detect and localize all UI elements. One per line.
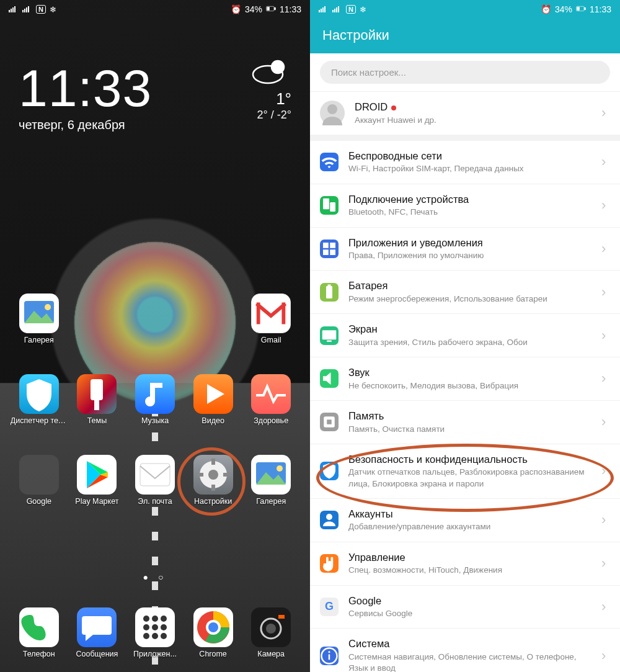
settings-row-apps[interactable]: Приложения и уведомленияПрава, Приложени… (310, 228, 620, 271)
settings-row-account[interactable]: DROID Аккаунт Huawei и др. › (310, 92, 620, 135)
svg-rect-65 (323, 243, 329, 248)
svg-rect-71 (322, 330, 337, 339)
svg-rect-32 (223, 473, 229, 477)
chevron-right-icon: › (601, 328, 610, 344)
svg-rect-70 (328, 284, 331, 287)
settings-row-control[interactable]: УправлениеСпец. возможности, HiTouch, Дв… (310, 542, 620, 586)
home-screen: N ❄ ⏰ 34% 11:33 11:33 четверг, 6 декабря… (0, 0, 310, 672)
svg-rect-53 (322, 7, 324, 12)
signal-icon (9, 4, 19, 16)
svg-rect-6 (26, 7, 27, 12)
settings-row-sound[interactable]: ЗвукНе беспокоить, Мелодия вызова, Вибра… (310, 357, 620, 401)
app-gallery2[interactable]: Галерея (242, 455, 300, 506)
app-manager[interactable]: Диспетчер телефона (10, 374, 68, 425)
row-title: Память (348, 410, 591, 423)
app-label: Play Маркет (75, 497, 118, 506)
app-label: Камера (257, 650, 285, 658)
svg-point-39 (143, 624, 149, 630)
app-settings[interactable]: Настройки (184, 455, 242, 506)
svg-point-15 (45, 304, 51, 310)
svg-point-62 (327, 104, 337, 114)
settings-row-google[interactable]: G GoogleСервисы Google › (310, 586, 620, 629)
settings-row-memory[interactable]: ПамятьПамять, Очистка памяти › (310, 401, 620, 444)
settings-row-accounts[interactable]: АккаунтыДобавление/управление аккаунтами… (310, 499, 620, 542)
weather-temp: 1° (248, 89, 291, 109)
app-gallery[interactable]: Галерея (10, 293, 68, 344)
gallery-icon (251, 455, 291, 495)
search-input[interactable]: Поиск настроек... (320, 61, 610, 84)
svg-rect-51 (319, 10, 320, 12)
settings-row-display[interactable]: ЭкранЗащита зрения, Стиль рабочего экран… (310, 314, 620, 357)
status-bar[interactable]: N ❄ ⏰ 34% 11:33 (310, 0, 620, 19)
app-music[interactable]: Музыка (126, 374, 184, 425)
chevron-right-icon: › (601, 154, 610, 170)
nfc-icon: N (346, 5, 356, 14)
settings-row-battery[interactable]: БатареяРежим энергосбережения, Использов… (310, 271, 620, 314)
app-health[interactable]: Здоровье (242, 374, 300, 425)
settings-row-wireless[interactable]: Беспроводные сетиWi-Fi, Настройки SIM-ка… (310, 141, 620, 184)
svg-rect-2 (12, 7, 14, 12)
settings-row-device[interactable]: Подключение устройстваBluetooth, NFC, Пе… (310, 184, 620, 228)
app-camera[interactable]: Камера (242, 607, 300, 658)
row-sub: Режим энергосбережения, Использование ба… (348, 293, 591, 305)
chevron-right-icon: › (601, 370, 610, 387)
page-indicator[interactable]: ● ○ (0, 572, 310, 582)
app-label: Галерея (24, 336, 54, 344)
app-label: Настройки (194, 497, 232, 506)
row-title: Аккаунты (348, 508, 591, 521)
nfc-icon: N (36, 5, 46, 14)
search-wrapper: Поиск настроек... (310, 53, 620, 91)
svg-rect-9 (274, 7, 275, 10)
battery-icon (266, 4, 276, 16)
app-label: Chrome (199, 650, 226, 658)
svg-rect-5 (24, 9, 25, 12)
svg-rect-67 (323, 249, 329, 255)
app-label: Сообщения (76, 650, 118, 658)
weather-widget[interactable]: 1° 2° / -2° (248, 56, 291, 122)
brush-icon (77, 374, 117, 414)
dock: Телефон Сообщения Приложен... Chrome Кам… (0, 607, 310, 658)
svg-rect-52 (321, 9, 322, 12)
app-folder-google[interactable]: Google (10, 455, 68, 506)
svg-point-38 (161, 616, 167, 622)
app-row: Google Play Маркет Эл. почта Настройки Г… (0, 455, 310, 506)
svg-rect-4 (22, 10, 24, 12)
battery-icon (320, 283, 339, 302)
row-sub: Bluetooth, NFC, Печать (348, 207, 591, 218)
app-gmail[interactable]: Gmail (242, 293, 300, 344)
svg-rect-54 (324, 6, 326, 12)
hand-icon (320, 554, 339, 573)
app-themes[interactable]: Темы (68, 374, 126, 425)
folder-icon (19, 455, 59, 495)
chevron-right-icon: › (601, 284, 610, 300)
app-label: Диспетчер телефона (11, 416, 68, 425)
svg-rect-68 (330, 249, 335, 255)
status-bar[interactable]: N ❄ ⏰ 34% 11:33 (0, 0, 310, 19)
app-messages[interactable]: Сообщения (68, 607, 126, 658)
app-chrome[interactable]: Chrome (184, 607, 242, 658)
person-icon (320, 511, 339, 529)
app-drawer[interactable]: Приложен... (126, 607, 184, 658)
app-play[interactable]: Play Маркет (68, 455, 126, 506)
row-sub: Системная навигация, Обновление системы,… (348, 652, 591, 672)
svg-rect-58 (338, 6, 339, 12)
row-sub: Датчик отпечатков пальцев, Разблокировка… (348, 467, 591, 489)
settings-row-security[interactable]: Безопасность и конфиденциальностьДатчик … (310, 444, 620, 499)
svg-rect-56 (334, 9, 335, 12)
svg-point-43 (152, 633, 158, 639)
row-sub: Wi-Fi, Настройки SIM-карт, Передача данн… (348, 163, 591, 174)
row-title: Google (348, 594, 591, 607)
svg-rect-55 (332, 10, 334, 12)
app-phone[interactable]: Телефон (10, 607, 68, 658)
settings-list: Беспроводные сетиWi-Fi, Настройки SIM-ка… (310, 141, 620, 672)
app-mail[interactable]: Эл. почта (126, 455, 184, 506)
app-label: Gmail (261, 336, 281, 344)
row-sub: Не беспокоить, Мелодия вызова, Вибрация (348, 380, 591, 392)
settings-row-system[interactable]: СистемаСистемная навигация, Обновление с… (310, 629, 620, 672)
svg-rect-57 (336, 7, 337, 12)
display-icon (320, 326, 339, 345)
memory-icon (320, 413, 339, 431)
app-label: Google (27, 497, 51, 506)
phone-icon (19, 607, 59, 647)
app-video[interactable]: Видео (184, 374, 242, 425)
